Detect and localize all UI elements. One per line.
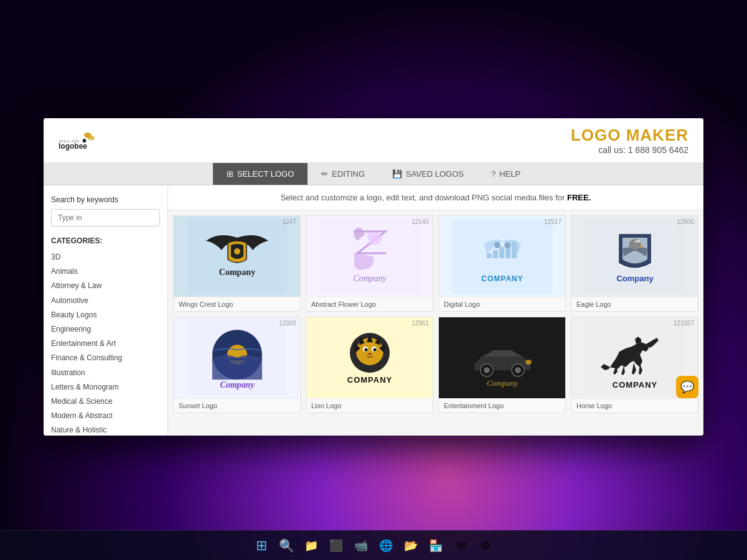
tagline-highlight: FREE. (567, 193, 591, 202)
logo-maker-title: LOGO MAKER (571, 126, 688, 145)
logo-label-abstract-flower: Abstract Flower Logo (306, 297, 433, 311)
tagline: Select and customize a logo, edit text, … (168, 185, 703, 210)
logo-id-horse: 121057 (674, 320, 694, 327)
logo-card-horse[interactable]: 121057 (571, 317, 698, 413)
logo-card-eagle[interactable]: 12600 (571, 215, 698, 312)
taskbar-multi-desktop-icon[interactable]: ⬛ (325, 534, 347, 557)
logo-id-eagle: 12600 (677, 218, 694, 225)
category-item[interactable]: Medical & Science (51, 394, 160, 409)
svg-text:Company: Company (218, 268, 255, 277)
logo-label-eagle: Eagle Logo (571, 297, 698, 311)
svg-point-37 (525, 360, 532, 365)
logo-card-abstract-flower[interactable]: 12145 Company (306, 215, 433, 312)
digital-design: COMPANY (439, 216, 565, 297)
taskbar-file-explorer-icon[interactable]: 📁 (300, 534, 322, 557)
category-item[interactable]: Engineering (51, 322, 160, 337)
logo-image-sunset: Company (174, 317, 300, 398)
nav-bar: ⊞ SELECT LOGO ✏ EDITING 💾 SAVED LOGOS ? … (44, 163, 703, 185)
search-input[interactable] (51, 209, 160, 226)
category-item[interactable]: Nature & Holistic (51, 423, 160, 436)
sidebar: Search by keywords CATEGORIES: 3D Animal… (44, 185, 168, 436)
category-item[interactable]: Beauty Logos (51, 308, 160, 322)
svg-point-30 (373, 348, 376, 352)
svg-point-36 (515, 367, 521, 373)
category-item[interactable]: Animals (51, 264, 160, 279)
taskbar-settings-icon[interactable]: ⚙ (474, 534, 497, 557)
svg-rect-8 (487, 253, 492, 258)
tab-select-logo-label: SELECT LOGO (237, 169, 294, 179)
chat-button[interactable]: 💬 (676, 376, 698, 398)
windows-start-button[interactable]: ⊞ (250, 534, 273, 557)
grid-icon: ⊞ (227, 169, 233, 179)
site-header: SINCE 2000 logobee LOGO MAKER call us: 1… (44, 118, 703, 163)
svg-text:Company: Company (353, 274, 387, 283)
svg-text:COMPANY: COMPANY (481, 274, 523, 283)
tab-editing-label: EDITING (332, 169, 365, 179)
logo-card-entertainment[interactable]: Company Entertainment Logo (438, 317, 566, 413)
logo-image-wings-crest: Company (174, 216, 300, 297)
tab-select-logo[interactable]: ⊞ SELECT LOGO (213, 163, 308, 185)
taskbar-teams-icon[interactable]: 📹 (350, 534, 372, 557)
category-item[interactable]: Modern & Abstract (51, 409, 160, 423)
logo-card-wings-crest[interactable]: 1247 (173, 215, 301, 312)
logo-image-digital: COMPANY (439, 216, 565, 297)
category-item[interactable]: Finance & Consulting (51, 351, 160, 365)
logo-card-sunset[interactable]: 12935 (173, 317, 301, 413)
logo-label-digital: Digital Logo (439, 297, 565, 311)
question-icon: ? (491, 169, 496, 179)
logo-id-sunset: 12935 (279, 320, 296, 327)
wings-crest-design: Company (174, 216, 300, 297)
svg-text:COMPANY: COMPANY (612, 380, 657, 390)
eagle-design: Company (571, 216, 698, 297)
logo-image-abstract-flower: Company (306, 216, 433, 297)
taskbar-store-icon[interactable]: 🏪 (425, 534, 447, 557)
svg-text:Company: Company (487, 378, 518, 388)
phone-text: call us: 1 888 905 6462 (571, 145, 688, 155)
search-label: Search by keywords (51, 195, 160, 204)
logo-label-sunset: Sunset Logo (174, 398, 300, 413)
svg-point-13 (494, 242, 500, 248)
abstract-flower-design: Company (306, 216, 433, 297)
svg-text:COMPANY: COMPANY (347, 375, 392, 385)
svg-text:Company: Company (616, 274, 654, 283)
svg-text:Company: Company (220, 380, 255, 390)
logo-id-lion: 12961 (411, 320, 429, 327)
category-item[interactable]: 3D (51, 250, 160, 264)
taskbar-mail-icon[interactable]: ✉ (449, 534, 472, 557)
svg-rect-10 (499, 247, 504, 258)
tab-editing[interactable]: ✏ EDITING (308, 163, 378, 185)
category-item[interactable]: Letters & Monogram (51, 380, 160, 394)
category-item[interactable]: Illustration (51, 366, 160, 380)
svg-point-34 (484, 367, 490, 373)
lion-design: COMPANY (306, 317, 433, 398)
svg-rect-9 (493, 250, 498, 258)
svg-point-14 (504, 242, 510, 248)
logo-label-entertainment: Entertainment Logo (439, 398, 565, 413)
category-item[interactable]: Automotive (51, 294, 160, 308)
taskbar-edge-icon[interactable]: 🌐 (375, 534, 397, 557)
logo-id-wings-crest: 1247 (283, 218, 296, 225)
logo-label-wings-crest: Wings Crest Logo (174, 297, 300, 311)
tab-saved-logos[interactable]: 💾 SAVED LOGOS (378, 163, 477, 185)
category-item[interactable]: Attorney & Law (51, 279, 160, 293)
browser-window: SINCE 2000 logobee LOGO MAKER call us: 1… (44, 118, 703, 436)
logo-id-abstract-flower: 12145 (411, 218, 429, 225)
logo-label-lion: Lion Logo (306, 398, 433, 413)
tab-help[interactable]: ? HELP (477, 163, 534, 185)
logo-grid-area: Select and customize a logo, edit text, … (168, 185, 703, 436)
main-content: Search by keywords CATEGORIES: 3D Animal… (44, 185, 703, 436)
taskbar-search-icon[interactable]: 🔍 (275, 534, 298, 557)
pencil-icon: ✏ (321, 169, 328, 179)
svg-point-3 (234, 248, 240, 254)
tab-help-label: HELP (499, 169, 520, 179)
logo-grid: 1247 (168, 210, 703, 418)
logo-card-digital[interactable]: 12517 (438, 215, 566, 312)
category-item[interactable]: Entertainment & Art (51, 337, 160, 351)
logo-image-lion: COMPANY (306, 317, 433, 398)
taskbar-folder-icon[interactable]: 📂 (400, 534, 422, 557)
svg-text:logobee: logobee (59, 141, 87, 150)
logo-card-lion[interactable]: 12961 (306, 317, 433, 413)
logo-image-entertainment: Company (439, 317, 565, 398)
tab-saved-logos-label: SAVED LOGOS (406, 169, 464, 179)
logo-area: SINCE 2000 logobee (59, 128, 96, 153)
